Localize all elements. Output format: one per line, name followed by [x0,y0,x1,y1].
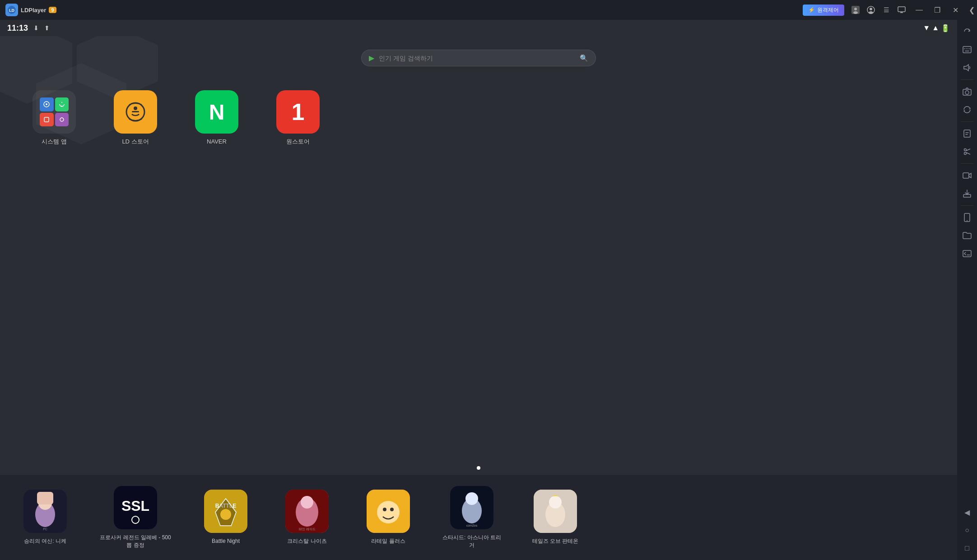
dot-1[interactable] [477,466,480,470]
svg-point-20 [964,153,967,155]
svg-point-7 [869,11,873,14]
svg-text:SSL: SSL [121,498,149,514]
system-app-grid [40,97,69,126]
right-sidebar: ◀ ○ □ [957,20,977,560]
menu-icon[interactable]: ☰ [882,6,890,14]
svg-marker-15 [964,65,968,71]
svg-point-50 [301,496,313,509]
version-badge: 9 [49,7,56,13]
svg-point-62 [549,496,562,509]
app-name: LDPlayer [21,7,46,14]
svg-line-21 [966,149,970,151]
ld-logo-icon: LD [5,4,18,16]
notification-icon[interactable]: ⬆ [44,24,50,32]
sidebar-divider-1 [961,79,973,80]
download-icon[interactable]: ⬇ [33,24,39,32]
app-grid: 시스템 앱 LD 스토어 N NAVER [27,90,325,146]
sidebar-scissors-icon[interactable] [959,143,975,160]
stasis-label: 스타시드: 아스니아 트리거 [442,534,501,549]
svg-point-6 [870,8,872,10]
sidebar-volume-icon[interactable] [959,60,975,76]
svg-text:32인 레이드: 32인 레이드 [298,528,316,531]
nikke-icon: PC [23,490,67,533]
svg-point-58 [465,492,478,505]
battle-night-icon: BATTLE [204,490,247,533]
sidebar-terminal-icon[interactable] [959,245,975,262]
svg-text:PC: PC [43,528,47,531]
svg-point-19 [964,149,967,151]
tales-icon [534,490,577,533]
sidebar-keyboard-icon[interactable] [959,42,975,58]
collapse-sidebar-button[interactable]: ❮ [966,0,977,20]
svg-text:LD: LD [9,8,14,13]
sidebar-divider-3 [961,163,973,164]
logo-area: LD LDPlayer 9 [0,4,62,16]
app-item-system[interactable]: 시스템 앱 [27,90,81,146]
svg-point-35 [134,106,137,110]
wifi-icon: ▼ [923,24,930,32]
onestore-icon: 1 [276,90,320,134]
bottom-game-bar: PC 승리의 여신: 니케 SSL 프로사커 레전드 일레베 - 500 뽑 증… [0,474,957,560]
sidebar-import-icon[interactable] [959,185,975,202]
account-icon[interactable] [867,6,875,14]
search-container: ▶ 🔍 [361,50,596,66]
svg-rect-18 [964,130,970,137]
remote-control-button[interactable]: ⚡ 원격제어 [803,5,844,16]
app-item-onestore[interactable]: 1 원스토어 [271,90,325,146]
battle-night-label: Battle Night [212,537,240,545]
display-icon[interactable] [898,6,906,14]
ssl-icon: SSL [114,486,157,529]
svg-rect-8 [898,7,905,12]
svg-point-17 [965,91,969,94]
restore-button[interactable]: ❐ [928,0,946,20]
game-item-ratail[interactable]: 라테일 플러스 [361,490,415,545]
sidebar-record-icon[interactable] [959,167,975,184]
system-app-label: 시스템 앱 [42,138,67,146]
sidebar-back-icon[interactable]: ◀ [959,504,975,520]
title-bar: LD LDPlayer 9 ⚡ 원격제어 ☰ [0,0,977,20]
naver-label: NAVER [207,138,227,146]
search-input[interactable] [379,55,575,62]
game-item-nikke[interactable]: PC 승리의 여신: 니케 [18,490,72,545]
svg-point-4 [853,11,858,14]
game-item-battle[interactable]: BATTLE Battle Night [199,490,253,545]
sidebar-refresh-icon[interactable] [959,102,975,118]
close-button[interactable]: ✕ [946,0,964,20]
svg-point-54 [383,508,386,511]
ssl-label: 프로사커 레전드 일레베 - 500 뽑 증정 [99,534,172,549]
nikke-label: 승리의 여신: 니케 [24,537,66,545]
sidebar-divider-4 [961,205,973,206]
sidebar-rotate-icon[interactable] [959,23,975,40]
sidebar-recents-icon[interactable]: □ [959,540,975,556]
naver-icon: N [195,90,238,134]
game-item-crystal[interactable]: 32인 레이드 크리스탈 나이츠 [280,490,334,545]
svg-point-47 [220,509,231,520]
sidebar-home-icon[interactable]: ○ [959,522,975,538]
onestore-label: 원스토어 [286,138,310,146]
main-content: ▶ 🔍 [0,36,957,560]
remote-control-label: 원격제어 [817,6,839,14]
svg-point-53 [377,501,400,523]
ldstore-label: LD 스토어 [122,138,149,146]
system-app-icon [33,90,76,134]
app-item-naver[interactable]: N NAVER [190,90,244,146]
signal-icon: ▲ [932,24,939,32]
game-item-stasis[interactable]: com2os 스타시드: 아스니아 트리거 [442,486,501,549]
svg-point-3 [854,8,857,10]
minimize-button[interactable]: — [910,0,928,20]
sidebar-phone-icon[interactable] [959,209,975,226]
search-icon[interactable]: 🔍 [580,54,588,62]
svg-point-55 [390,508,394,511]
title-bar-icons: ☰ [851,6,910,14]
app-item-ldstore[interactable]: LD 스토어 [108,90,163,146]
profile-icon[interactable] [851,6,860,14]
clock: 11:13 [7,23,28,33]
game-item-tales[interactable]: 테일즈 오브 판테온 [528,490,582,545]
sidebar-capture-icon[interactable] [959,83,975,100]
play-store-icon: ▶ [369,54,374,62]
sidebar-apk-icon[interactable] [959,125,975,142]
game-item-ssl[interactable]: SSL 프로사커 레전드 일레베 - 500 뽑 증정 [99,486,172,549]
status-right: ▼ ▲ 🔋 [923,24,950,32]
dot-indicator [477,466,480,470]
sidebar-folder-icon[interactable] [959,227,975,244]
